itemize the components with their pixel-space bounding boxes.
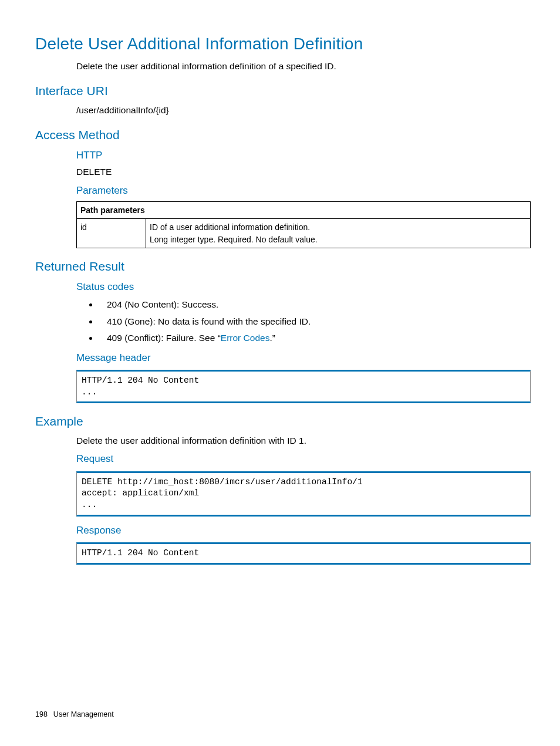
footer-section: User Management bbox=[53, 710, 114, 718]
page-footer: 198User Management bbox=[35, 709, 114, 720]
path-parameters-table: Path parameters id ID of a user addition… bbox=[76, 201, 531, 248]
param-desc-line2: Long integer type. Required. No default … bbox=[150, 234, 527, 245]
error-codes-link[interactable]: Error Codes bbox=[221, 333, 270, 343]
subheading-parameters: Parameters bbox=[76, 184, 531, 198]
response-code: HTTP/1.1 204 No Content bbox=[76, 542, 531, 565]
table-row: id ID of a user additional information d… bbox=[77, 219, 531, 248]
message-header-code: HTTP/1.1 204 No Content ... bbox=[76, 370, 531, 403]
example-intro: Delete the user additional information d… bbox=[76, 434, 531, 447]
interface-uri-value: /user/additionalInfo/{id} bbox=[76, 104, 531, 117]
table-header: Path parameters bbox=[77, 202, 531, 219]
subheading-status-codes: Status codes bbox=[76, 280, 531, 295]
param-desc: ID of a user additional information defi… bbox=[146, 219, 531, 248]
list-item: 409 (Conflict): Failure. See “Error Code… bbox=[99, 332, 531, 345]
status-item-text: 409 (Conflict): Failure. See “ bbox=[107, 333, 221, 343]
list-item: 204 (No Content): Success. bbox=[99, 298, 531, 311]
status-item-suffix: .” bbox=[269, 333, 275, 343]
subheading-request: Request bbox=[76, 452, 531, 467]
param-name: id bbox=[77, 219, 146, 248]
status-codes-list: 204 (No Content): Success. 410 (Gone): N… bbox=[76, 298, 531, 345]
heading-returned-result: Returned Result bbox=[35, 258, 531, 275]
page-intro: Delete the user additional information d… bbox=[76, 60, 531, 73]
page-title: Delete User Additional Information Defin… bbox=[35, 32, 531, 56]
subheading-response: Response bbox=[76, 524, 531, 538]
subheading-http: HTTP bbox=[76, 148, 531, 163]
heading-example: Example bbox=[35, 413, 531, 430]
list-item: 410 (Gone): No data is found with the sp… bbox=[99, 315, 531, 328]
subheading-message-header: Message header bbox=[76, 351, 531, 366]
http-method-value: DELETE bbox=[76, 166, 531, 178]
param-desc-line1: ID of a user additional information defi… bbox=[150, 221, 527, 233]
page-number: 198 bbox=[35, 710, 48, 718]
heading-interface-uri: Interface URI bbox=[35, 82, 531, 100]
request-code: DELETE http://imc_host:8080/imcrs/user/a… bbox=[76, 471, 531, 517]
heading-access-method: Access Method bbox=[35, 126, 531, 144]
